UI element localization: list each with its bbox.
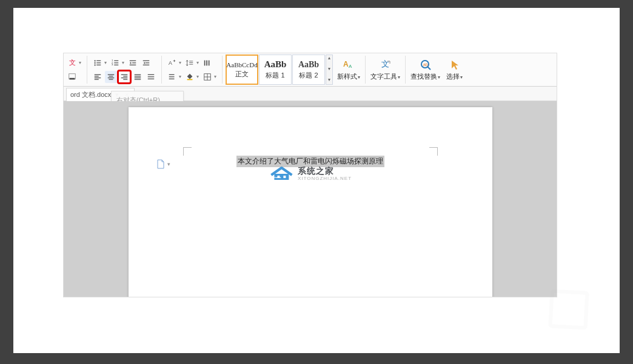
svg-text:3: 3 [112,63,113,66]
svg-rect-48 [169,78,175,79]
svg-rect-41 [189,62,193,63]
svg-rect-25 [109,76,113,76]
svg-rect-61 [283,176,286,178]
find-replace-button[interactable]: ab 查找替换▾ [407,53,443,86]
svg-rect-18 [146,62,149,63]
align-left-button[interactable] [92,71,104,83]
svg-rect-45 [209,60,210,65]
align-center-button[interactable] [105,71,117,83]
spacing-group: A ▾ ▾ ▾ [164,53,220,86]
decrease-indent-button[interactable] [127,57,139,69]
svg-rect-44 [206,60,207,65]
svg-rect-27 [109,79,113,79]
margin-corner-icon [429,147,438,156]
new-style-label: 新样式 [337,73,357,80]
svg-line-57 [427,67,430,70]
svg-rect-11 [114,62,118,63]
align-right-button[interactable] [118,71,130,83]
style-heading2[interactable]: AaBb 标题 2 [292,55,325,85]
tab-settings-button[interactable] [201,57,213,69]
numbered-list-button[interactable]: 123 [109,57,121,69]
faint-background-watermark [549,290,588,329]
svg-text:A: A [343,60,349,68]
svg-rect-15 [132,62,136,63]
dropdown-caret-icon: ▾ [179,60,183,65]
watermark-logo: 系统之家 XITONGZHIJIA.NET [269,165,352,181]
svg-rect-5 [96,62,101,63]
bullet-list-button[interactable] [92,57,104,69]
svg-rect-59 [274,174,289,180]
style-label: 标题 2 [299,71,318,80]
svg-text:文: 文 [381,59,389,68]
svg-rect-20 [95,74,101,74]
svg-rect-13 [114,64,118,65]
svg-rect-26 [108,77,115,78]
line-spacing-dropdown[interactable] [166,71,178,83]
svg-text:A: A [349,64,352,69]
svg-rect-37 [148,76,155,77]
style-gallery: AaBbCcDd 正文 AaBb 标题 1 AaBb 标题 2 ▴ ▾ ▾ [224,53,334,86]
font-language-dropdown[interactable]: 文 [66,57,78,69]
font-color-button[interactable] [66,71,78,83]
svg-point-6 [94,64,95,65]
scroll-expand-icon[interactable]: ▾ [326,77,332,84]
style-preview: AaBbCcDd [226,61,257,68]
scroll-down-icon[interactable]: ▾ [326,66,332,73]
dropdown-caret-icon: ▾ [179,74,183,79]
style-heading1[interactable]: AaBb 标题 1 [259,55,292,85]
dropdown-caret-icon: ▾ [438,74,440,80]
svg-rect-33 [135,76,141,76]
document-canvas[interactable]: ▾ 本文介绍了大气电厂和雷电闪烁磁场探测原理 系统之家 XITONGZHIJIA… [64,101,557,297]
borders-button[interactable] [201,71,213,83]
dropdown-caret-icon: ▾ [79,60,82,65]
style-label: 正文 [235,70,249,79]
svg-rect-36 [148,74,155,74]
increase-indent-button[interactable] [140,57,152,69]
dropdown-caret-icon: ▾ [167,161,170,167]
dropdown-caret-icon: ▾ [358,74,360,80]
scroll-up-icon[interactable]: ▴ [326,55,332,62]
style-preview: AaBb [298,60,319,70]
svg-rect-30 [121,77,128,78]
document-page[interactable]: ▾ 本文介绍了大气电厂和雷电闪烁磁场探测原理 系统之家 XITONGZHIJIA… [129,107,492,297]
text-tools-icon: 文 [380,59,392,71]
shading-button[interactable] [184,71,196,83]
style-gallery-scroll[interactable]: ▴ ▾ ▾ [326,55,333,85]
select-button[interactable]: 选择▾ [443,53,466,86]
svg-rect-17 [143,60,150,61]
separator [365,56,366,84]
distributed-align-button[interactable] [145,71,157,83]
svg-rect-42 [189,64,193,64]
svg-rect-38 [148,78,155,79]
svg-rect-16 [130,64,136,65]
svg-rect-49 [187,79,193,80]
svg-rect-22 [95,77,101,78]
document-tab-filename: ord 文档.docx [70,90,111,99]
svg-rect-19 [143,64,150,65]
svg-rect-29 [123,76,127,76]
svg-rect-34 [135,77,141,78]
word-app-window: 文 ▾ ▾ 123 [63,53,557,297]
text-tools-button[interactable]: 文 文字工具▾ [367,53,403,86]
find-replace-label: 查找替换 [410,73,437,80]
dropdown-caret-icon: ▾ [460,74,463,80]
find-replace-icon: ab [420,59,432,71]
select-label: 选择 [446,73,460,80]
page-gutter-icon[interactable]: ▾ [156,159,170,169]
separator [161,56,162,84]
character-scale-button[interactable]: A [166,57,178,69]
new-style-icon: AA [343,59,355,71]
watermark-text-en: XITONGZHIJIA.NET [298,176,352,181]
new-style-button[interactable]: AA 新样式▾ [334,53,363,86]
svg-rect-23 [95,79,99,79]
svg-rect-24 [108,74,115,74]
svg-rect-43 [204,60,206,65]
svg-text:ab: ab [423,62,428,67]
align-justify-button[interactable] [132,71,144,83]
dropdown-caret-icon: ▾ [122,60,126,65]
svg-rect-32 [135,74,141,74]
style-normal[interactable]: AaBbCcDd 正文 [226,55,258,85]
svg-rect-21 [95,76,99,76]
style-label: 标题 1 [266,71,284,80]
line-spacing-button[interactable] [184,57,196,69]
